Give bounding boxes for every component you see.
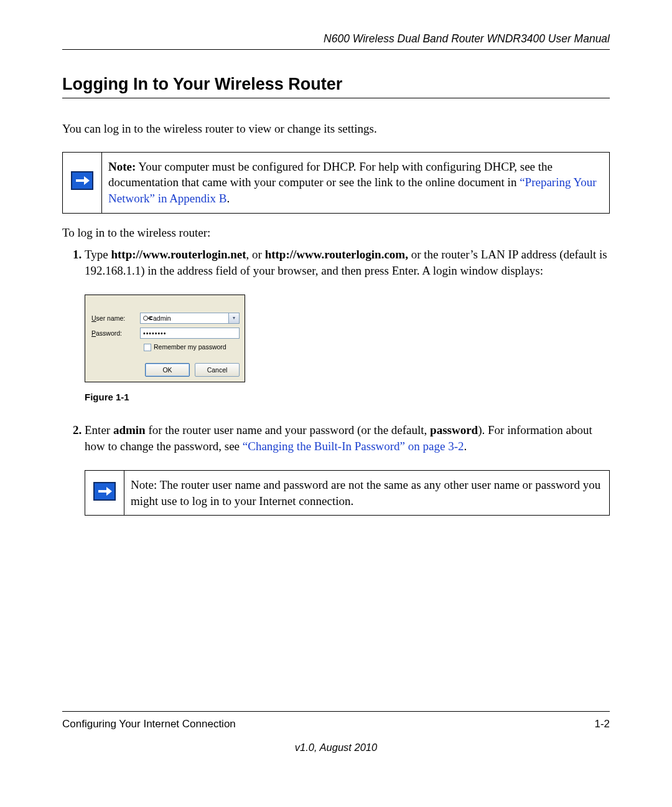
username-row: User name: admin ▾ — [90, 313, 240, 324]
username-label: User name: — [90, 314, 140, 323]
note-text-cell: Note: Your computer must be configured f… — [102, 152, 610, 213]
note-icon-cell — [63, 152, 102, 213]
remember-row: Remember my password — [144, 342, 240, 351]
button-row: OK Cancel — [90, 363, 240, 377]
note2-icon-cell — [85, 471, 124, 516]
manual-title: N600 Wireless Dual Band Router WNDR3400 … — [324, 32, 610, 45]
username-field[interactable]: admin ▾ — [140, 313, 240, 324]
step-1: Type http://www.routerlogin.net, or http… — [85, 247, 610, 422]
footer-page-number: 1-2 — [594, 718, 610, 730]
note1-before: Your computer must be configured for DHC… — [108, 160, 553, 189]
password-mask: •••••••• — [143, 329, 166, 337]
footer-section-name: Configuring Your Internet Connection — [62, 718, 236, 730]
username-value: admin — [153, 314, 171, 323]
note2-label: Note: — [131, 478, 157, 491]
s2t4: . — [464, 440, 467, 453]
password-row: Password: •••••••• — [90, 328, 240, 339]
cancel-button[interactable]: Cancel — [195, 363, 240, 377]
s2t1: Enter — [85, 423, 113, 437]
footer-version: v1.0, August 2010 — [62, 742, 610, 753]
s2t2: for the router user name and your passwo… — [146, 423, 430, 437]
password-field[interactable]: •••••••• — [140, 328, 240, 339]
note-box-1: Note: Your computer must be configured f… — [62, 152, 610, 214]
intro-paragraph: You can log in to the wireless router to… — [62, 121, 610, 137]
key-icon — [143, 314, 151, 322]
body-content: You can log in to the wireless router to… — [62, 121, 610, 528]
s2b2: password — [430, 423, 478, 437]
link-change-password[interactable]: “Changing the Built-In Password” on page… — [243, 440, 464, 453]
arrow-right-icon — [71, 171, 93, 190]
chevron-down-icon[interactable]: ▾ — [228, 313, 239, 323]
step1-url2: http://www.routerlogin.com, — [265, 248, 408, 261]
footer-rule: Configuring Your Internet Connection 1-2 — [62, 711, 610, 730]
arrow-right-icon — [93, 482, 116, 501]
manual-page: N600 Wireless Dual Band Router WNDR3400 … — [0, 0, 672, 807]
step1-mid: , or — [246, 248, 265, 261]
step1-url1: http://www.routerlogin.net — [111, 248, 246, 261]
page-header: N600 Wireless Dual Band Router WNDR3400 … — [62, 32, 610, 50]
s2b1: admin — [113, 423, 146, 437]
figure-caption: Figure 1-1 — [85, 391, 610, 404]
note1-after: . — [227, 192, 230, 205]
step-2: Enter admin for the router user name and… — [85, 422, 610, 529]
remember-checkbox[interactable] — [144, 344, 151, 351]
login-figure: User name: admin ▾ Password: •••••••• — [85, 295, 610, 403]
page-footer: Configuring Your Internet Connection 1-2… — [62, 711, 610, 753]
note-label: Note: — [108, 160, 136, 173]
note2-text-cell: Note: The router user name and password … — [124, 471, 610, 516]
section-heading: Logging In to Your Wireless Router — [62, 75, 610, 98]
password-label: Password: — [90, 329, 140, 337]
remember-label: Remember my password — [154, 342, 226, 351]
step1-t1: Type — [85, 248, 111, 261]
steps-list: Type http://www.routerlogin.net, or http… — [62, 247, 610, 528]
note-box-2: Note: The router user name and password … — [85, 470, 610, 516]
ok-button[interactable]: OK — [145, 363, 190, 377]
lead-in: To log in to the wireless router: — [62, 225, 610, 241]
login-window: User name: admin ▾ Password: •••••••• — [85, 295, 245, 382]
note2-text: The router user name and password are no… — [131, 478, 600, 507]
